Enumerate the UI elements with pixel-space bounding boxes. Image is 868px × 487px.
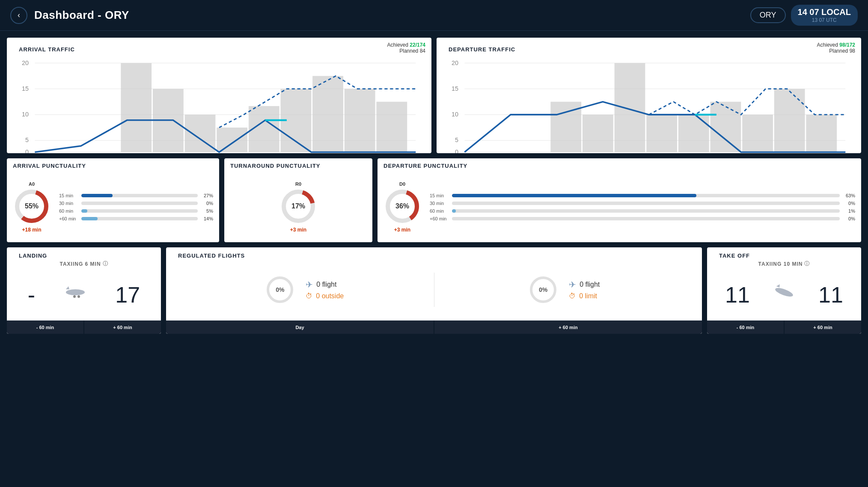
departure-punct-title: DEPARTURE PUNCTUALITY: [378, 158, 861, 172]
svg-rect-22: [217, 128, 247, 152]
takeoff-footer: - 60 min + 60 min: [707, 320, 861, 334]
departure-donut: 36%: [383, 187, 421, 225]
landing-plane-icon: [60, 280, 91, 309]
departure-donut-sub: +3 min: [383, 227, 421, 233]
svg-text:10: 10: [22, 111, 29, 118]
planned-label: Planned: [399, 48, 418, 54]
takeoff-subtitle: TAXIING 10 MIN ⓘ: [707, 260, 861, 267]
departure-traffic-card: DEPARTURE TRAFFIC Achieved 98/172 Planne…: [437, 38, 861, 153]
takeoff-footer-left[interactable]: - 60 min: [707, 321, 784, 334]
svg-rect-27: [376, 102, 407, 152]
clock-icon-reg2: ⏱: [569, 292, 576, 300]
regulated-footer-left[interactable]: Day: [166, 321, 434, 334]
arrival-donut: 55%: [13, 187, 51, 225]
takeoff-footer-right[interactable]: + 60 min: [785, 321, 861, 334]
dep-achieved-value: 98/172: [839, 42, 855, 48]
svg-text:5: 5: [455, 137, 458, 143]
landing-subtitle: TAXIING 6 MIN ⓘ: [7, 260, 161, 267]
header: ‹ Dashboard - ORY ORY 14 07 LOCAL 13 07 …: [0, 0, 868, 31]
arrival-traffic-title: ARRIVAL TRAFFIC: [13, 42, 81, 55]
local-time: 14 07 LOCAL: [798, 7, 851, 17]
utc-time: 13 07 UTC: [798, 17, 851, 23]
departure-chart-svg: 20 15 10 5 0 1h 4h 7h 10h 13h 16h 19h 22…: [440, 57, 858, 153]
reg-flight2: ✈ 0 flight: [569, 279, 600, 290]
regulated-body: 0% ✈ 0 flight ⏱ 0 outside: [166, 259, 702, 320]
landing-body: -: [7, 269, 161, 320]
svg-rect-53: [710, 102, 741, 152]
svg-rect-26: [345, 89, 375, 152]
departure-achieved: Achieved 98/172 Planned 98: [817, 42, 855, 54]
arrival-achieved: Achieved 22/174 Planned 84: [387, 42, 425, 54]
arrival-donut-sub: +18 min: [13, 227, 51, 233]
plane-icon-reg1: ✈: [306, 279, 313, 290]
departure-bar-60min: 60 min 1%: [430, 208, 855, 214]
regulated-info2: ✈ 0 flight ⏱ 0 limit: [569, 279, 600, 300]
landing-right-value: 17: [115, 282, 140, 308]
header-right: ORY 14 07 LOCAL 13 07 UTC: [750, 5, 858, 26]
traffic-row: ARRIVAL TRAFFIC Achieved 22/174 Planned …: [7, 38, 861, 153]
turnaround-donut-label: R0: [279, 181, 317, 187]
turnaround-donut-value: 17%: [291, 202, 305, 210]
departure-donut-section: D0 36% +3 min: [383, 181, 421, 233]
arrival-donut-value: 55%: [25, 202, 39, 210]
regulated-section1: 0% ✈ 0 flight ⏱ 0 outside: [175, 274, 434, 305]
regulated-info1: ✈ 0 flight ⏱ 0 outside: [306, 279, 344, 300]
airport-selector[interactable]: ORY: [750, 7, 786, 23]
dep-planned-value: 98: [850, 48, 855, 54]
header-left: ‹ Dashboard - ORY: [10, 7, 129, 24]
reg-limit2: ⏱ 0 limit: [569, 292, 600, 300]
regulated-footer-right[interactable]: + 60 min: [434, 321, 702, 334]
back-icon: ‹: [18, 11, 20, 20]
svg-rect-52: [678, 115, 709, 152]
svg-text:10: 10: [452, 111, 458, 118]
arrival-traffic-header: ARRIVAL TRAFFIC Achieved 22/174 Planned …: [7, 38, 431, 57]
svg-text:20: 20: [452, 59, 458, 66]
regulated-section2: 0% ✈ 0 flight ⏱ 0 limit: [434, 274, 694, 305]
departure-bar-30min: 30 min 0%: [430, 201, 855, 206]
svg-rect-25: [312, 76, 343, 152]
departure-bar-60min-plus: +60 min 0%: [430, 216, 855, 221]
departure-donut-value: 36%: [395, 202, 409, 210]
svg-marker-75: [776, 283, 781, 287]
svg-text:15: 15: [452, 85, 458, 92]
achieved-value: 22/174: [410, 42, 425, 48]
svg-rect-51: [646, 115, 677, 152]
svg-rect-50: [615, 63, 645, 152]
svg-rect-19: [121, 63, 152, 152]
landing-card: LANDING TAXIING 6 MIN ⓘ -: [7, 247, 161, 334]
departure-traffic-title: DEPARTURE TRAFFIC: [443, 42, 521, 55]
svg-rect-54: [742, 115, 773, 152]
turnaround-donut-section: R0 17% +3 min: [279, 181, 317, 233]
svg-text:20: 20: [22, 59, 29, 66]
departure-traffic-header: DEPARTURE TRAFFIC Achieved 98/172 Planne…: [437, 38, 861, 57]
arrival-punct-title: ARRIVAL PUNCTUALITY: [7, 158, 219, 172]
arrival-donut-section: A0 55% +18 min: [13, 181, 51, 233]
landing-left-value: -: [28, 282, 35, 308]
back-button[interactable]: ‹: [10, 7, 27, 24]
reg-donut1-value: 0%: [276, 286, 284, 293]
arrival-bar-30min: 30 min 0%: [59, 201, 213, 206]
svg-text:15: 15: [22, 85, 29, 92]
arrival-donut-label: A0: [13, 181, 51, 187]
landing-footer-left[interactable]: - 60 min: [7, 321, 83, 334]
reg-donut2: 0%: [528, 274, 559, 305]
svg-text:0: 0: [25, 148, 29, 153]
info-icon-landing: ⓘ: [103, 260, 108, 267]
departure-chart-area: 20 15 10 5 0 1h 4h 7h 10h 13h 16h 19h 22…: [437, 57, 861, 153]
landing-footer-right[interactable]: + 60 min: [84, 321, 161, 334]
landing-footer: - 60 min + 60 min: [7, 320, 161, 334]
reg-donut1: 0%: [265, 274, 295, 305]
takeoff-plane-icon: [769, 280, 800, 309]
turnaround-donut-sub: +3 min: [279, 227, 317, 233]
departure-bars: 15 min 63% 30 min 0% 60 min 1%: [430, 193, 855, 221]
dep-achieved-label: Achieved: [817, 42, 838, 48]
svg-rect-49: [583, 115, 613, 152]
svg-marker-66: [66, 286, 69, 289]
takeoff-right-value: 11: [818, 282, 843, 308]
achieved-label: Achieved: [387, 42, 408, 48]
takeoff-left-value: 11: [725, 282, 750, 308]
svg-rect-55: [774, 89, 805, 152]
page-title: Dashboard - ORY: [34, 9, 129, 22]
arrival-bar-15min: 15 min 27%: [59, 193, 213, 198]
departure-donut-label: D0: [383, 181, 421, 187]
